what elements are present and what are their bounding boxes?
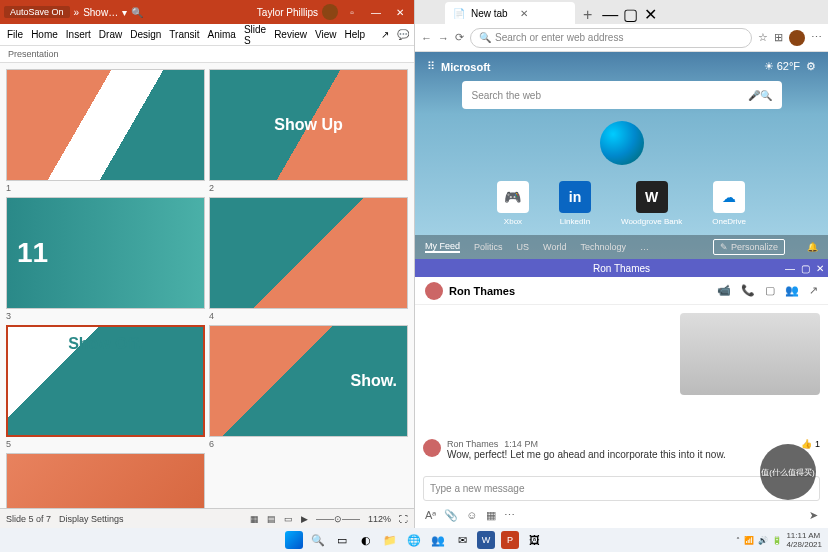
edge-taskbar-icon[interactable]: 🌐: [405, 531, 423, 549]
slide-thumb[interactable]: 11: [6, 197, 205, 309]
maximize-icon[interactable]: ▢: [801, 263, 810, 274]
quicklink-linkedin[interactable]: inLinkedIn: [559, 181, 591, 226]
feed-tab-us[interactable]: US: [517, 242, 530, 252]
explorer-icon[interactable]: 📁: [381, 531, 399, 549]
wifi-icon[interactable]: 📶: [744, 536, 754, 545]
taskview-icon[interactable]: ▭: [333, 531, 351, 549]
video-call-icon[interactable]: 📹: [717, 284, 731, 297]
voice-icon[interactable]: 🎤: [748, 90, 760, 101]
mail-icon[interactable]: ✉: [453, 531, 471, 549]
more-compose-icon[interactable]: ⋯: [504, 509, 515, 522]
slide-thumb[interactable]: [6, 453, 205, 508]
quicklink-xbox[interactable]: 🎮Xbox: [497, 181, 529, 226]
view-sorter-icon[interactable]: ▤: [267, 514, 276, 524]
slide-thumb[interactable]: Show.: [6, 69, 205, 181]
start-button[interactable]: [285, 531, 303, 549]
display-settings[interactable]: Display Settings: [59, 514, 124, 524]
format-icon[interactable]: Aᵃ: [425, 509, 436, 522]
dropdown-icon[interactable]: ▾: [122, 7, 127, 18]
view-normal-icon[interactable]: ▦: [250, 514, 259, 524]
close-tab-icon[interactable]: ✕: [520, 8, 528, 19]
feed-tab-myfeed[interactable]: My Feed: [425, 241, 460, 253]
browser-tab[interactable]: 📄 New tab ✕: [445, 2, 575, 24]
send-icon[interactable]: ➤: [809, 509, 818, 522]
emoji-icon[interactable]: ☺: [466, 509, 477, 522]
slide-thumb[interactable]: Show.: [209, 325, 408, 437]
new-tab-button[interactable]: +: [575, 6, 600, 24]
maximize-icon[interactable]: ▢: [620, 5, 640, 24]
profile-avatar[interactable]: [789, 30, 805, 46]
tab-help[interactable]: Help: [341, 27, 368, 42]
user-avatar[interactable]: [322, 4, 338, 20]
search-icon[interactable]: 🔍: [309, 531, 327, 549]
address-bar[interactable]: 🔍 Search or enter web address: [470, 28, 752, 48]
share-icon[interactable]: ↗: [378, 27, 392, 42]
tab-review[interactable]: Review: [271, 27, 310, 42]
teams-taskbar-icon[interactable]: 👥: [429, 531, 447, 549]
feed-tab-more[interactable]: …: [640, 242, 649, 252]
powerpoint-taskbar-icon[interactable]: P: [501, 531, 519, 549]
view-slideshow-icon[interactable]: ▶: [301, 514, 308, 524]
collections-icon[interactable]: ⊞: [774, 31, 783, 44]
shared-media-thumb[interactable]: [680, 313, 820, 395]
widgets-icon[interactable]: ◐: [357, 531, 375, 549]
fit-icon[interactable]: ⛶: [399, 514, 408, 524]
close-icon[interactable]: ✕: [640, 5, 660, 24]
minimize-icon[interactable]: —: [366, 7, 386, 18]
quicklink-woodgrove[interactable]: WWoodgrove Bank: [621, 181, 682, 226]
tab-design[interactable]: Design: [127, 27, 164, 42]
clock[interactable]: 11:11 AM4/28/2021: [786, 531, 822, 549]
word-icon[interactable]: W: [477, 531, 495, 549]
minimize-icon[interactable]: —: [785, 263, 795, 274]
screenshare-icon[interactable]: ▢: [765, 284, 775, 297]
popout-icon[interactable]: ↗: [809, 284, 818, 297]
quicklink-onedrive[interactable]: ☁OneDrive: [712, 181, 746, 226]
feed-tab-politics[interactable]: Politics: [474, 242, 503, 252]
tab-slideshow[interactable]: Slide S: [241, 22, 269, 48]
gif-icon[interactable]: ▦: [486, 509, 496, 522]
battery-icon[interactable]: 🔋: [772, 536, 782, 545]
close-icon[interactable]: ✕: [816, 263, 824, 274]
slide-thumb-selected[interactable]: Show Off.: [6, 325, 205, 437]
refresh-icon[interactable]: ⟳: [455, 31, 464, 44]
volume-icon[interactable]: 🔊: [758, 536, 768, 545]
contact-avatar[interactable]: [425, 282, 443, 300]
tab-draw[interactable]: Draw: [96, 27, 125, 42]
tab-animations[interactable]: Anima: [205, 27, 239, 42]
more-icon[interactable]: »: [74, 7, 80, 18]
feed-tab-tech[interactable]: Technology: [580, 242, 626, 252]
slide-thumb[interactable]: [209, 197, 408, 309]
close-icon[interactable]: ✕: [390, 7, 410, 18]
menu-icon[interactable]: ⋯: [811, 31, 822, 44]
personalize-button[interactable]: ✎ Personalize: [713, 239, 785, 255]
view-reading-icon[interactable]: ▭: [284, 514, 293, 524]
add-people-icon[interactable]: 👥: [785, 284, 799, 297]
restore-icon[interactable]: ▫: [342, 7, 362, 18]
forward-icon[interactable]: →: [438, 32, 449, 44]
autosave-toggle[interactable]: AutoSave On: [4, 6, 70, 18]
weather-widget[interactable]: ☀ 62°F: [764, 60, 800, 73]
audio-call-icon[interactable]: 📞: [741, 284, 755, 297]
zoom-level[interactable]: 112%: [368, 514, 391, 524]
search-icon[interactable]: 🔍: [131, 7, 143, 18]
slide-thumb[interactable]: Show Up: [209, 69, 408, 181]
msg-reaction[interactable]: 👍 1: [801, 439, 820, 449]
waffle-icon[interactable]: ⠿: [427, 60, 435, 73]
tray-chevron-icon[interactable]: ˄: [736, 536, 740, 545]
favorites-icon[interactable]: ☆: [758, 31, 768, 44]
tab-file[interactable]: File: [4, 27, 26, 42]
minimize-icon[interactable]: —: [600, 6, 620, 24]
feed-tab-world[interactable]: World: [543, 242, 566, 252]
attach-icon[interactable]: 📎: [444, 509, 458, 522]
ntp-search[interactable]: Search the web 🎤 🔍: [462, 81, 782, 109]
settings-gear-icon[interactable]: ⚙: [806, 60, 816, 73]
back-icon[interactable]: ←: [421, 32, 432, 44]
tab-view[interactable]: View: [312, 27, 340, 42]
tab-home[interactable]: Home: [28, 27, 61, 42]
tab-transitions[interactable]: Transit: [166, 27, 202, 42]
comments-icon[interactable]: 💬: [394, 27, 412, 42]
tab-insert[interactable]: Insert: [63, 27, 94, 42]
search-submit-icon[interactable]: 🔍: [760, 90, 772, 101]
zoom-slider[interactable]: ——⊙——: [316, 514, 360, 524]
photos-icon[interactable]: 🖼: [525, 531, 543, 549]
